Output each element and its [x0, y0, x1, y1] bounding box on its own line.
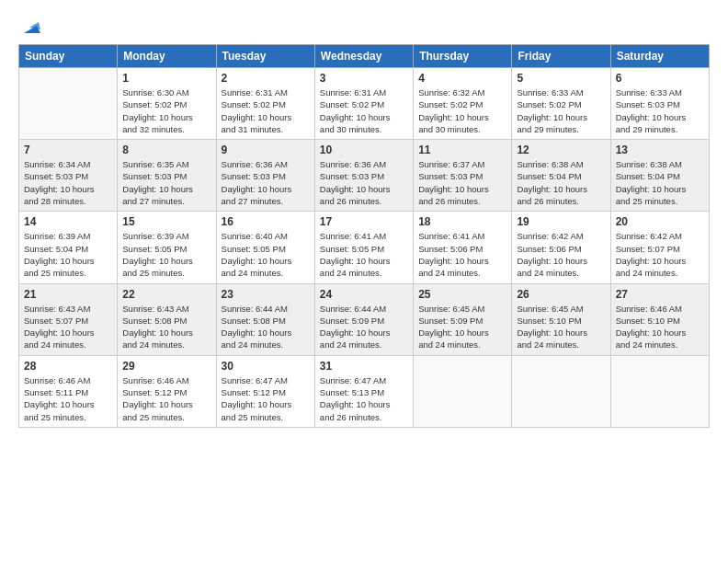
calendar-cell — [512, 355, 610, 427]
day-of-week-header: Sunday — [19, 45, 118, 68]
calendar-week-row: 1Sunrise: 6:30 AMSunset: 5:02 PMDaylight… — [19, 68, 710, 140]
calendar-cell: 31Sunrise: 6:47 AMSunset: 5:13 PMDayligh… — [314, 355, 413, 427]
day-number: 24 — [320, 288, 408, 301]
day-number: 7 — [24, 144, 112, 156]
day-number: 21 — [24, 288, 112, 301]
calendar-cell: 9Sunrise: 6:36 AMSunset: 5:03 PMDaylight… — [216, 140, 314, 212]
calendar-cell: 16Sunrise: 6:40 AMSunset: 5:05 PMDayligh… — [216, 212, 314, 283]
day-info: Sunrise: 6:45 AMSunset: 5:10 PMDaylight:… — [517, 303, 605, 351]
day-info: Sunrise: 6:46 AMSunset: 5:12 PMDaylight:… — [122, 374, 210, 423]
day-info: Sunrise: 6:34 AMSunset: 5:03 PMDaylight:… — [24, 158, 112, 207]
calendar-week-row: 14Sunrise: 6:39 AMSunset: 5:04 PMDayligh… — [19, 212, 710, 283]
day-number: 13 — [616, 144, 704, 156]
calendar-cell: 17Sunrise: 6:41 AMSunset: 5:05 PMDayligh… — [314, 212, 413, 283]
calendar-cell: 28Sunrise: 6:46 AMSunset: 5:11 PMDayligh… — [19, 355, 118, 427]
calendar-cell: 7Sunrise: 6:34 AMSunset: 5:03 PMDaylight… — [19, 140, 118, 212]
day-info: Sunrise: 6:44 AMSunset: 5:08 PMDaylight:… — [222, 303, 310, 351]
day-of-week-header: Monday — [118, 45, 216, 68]
calendar-table: SundayMondayTuesdayWednesdayThursdayFrid… — [18, 44, 710, 428]
day-number: 12 — [517, 144, 605, 156]
calendar-cell: 8Sunrise: 6:35 AMSunset: 5:03 PMDaylight… — [118, 140, 216, 212]
calendar-week-row: 28Sunrise: 6:46 AMSunset: 5:11 PMDayligh… — [19, 355, 710, 427]
calendar-cell: 18Sunrise: 6:41 AMSunset: 5:06 PMDayligh… — [414, 212, 512, 283]
calendar-cell: 21Sunrise: 6:43 AMSunset: 5:07 PMDayligh… — [19, 283, 118, 355]
logo — [18, 17, 40, 33]
day-info: Sunrise: 6:38 AMSunset: 5:04 PMDaylight:… — [616, 158, 704, 207]
calendar-cell: 5Sunrise: 6:33 AMSunset: 5:02 PMDaylight… — [512, 68, 610, 140]
calendar-cell: 12Sunrise: 6:38 AMSunset: 5:04 PMDayligh… — [512, 140, 610, 212]
calendar-cell — [610, 355, 709, 427]
calendar-cell: 24Sunrise: 6:44 AMSunset: 5:09 PMDayligh… — [314, 283, 413, 355]
day-info: Sunrise: 6:45 AMSunset: 5:09 PMDaylight:… — [418, 303, 506, 351]
day-number: 11 — [418, 144, 506, 156]
calendar-cell: 14Sunrise: 6:39 AMSunset: 5:04 PMDayligh… — [19, 212, 118, 283]
day-number: 19 — [517, 215, 605, 228]
day-number: 1 — [122, 72, 210, 85]
day-number: 4 — [418, 72, 506, 85]
calendar-cell: 20Sunrise: 6:42 AMSunset: 5:07 PMDayligh… — [610, 212, 709, 283]
day-number: 8 — [122, 144, 210, 156]
calendar-cell: 30Sunrise: 6:47 AMSunset: 5:12 PMDayligh… — [216, 355, 314, 427]
calendar-cell: 29Sunrise: 6:46 AMSunset: 5:12 PMDayligh… — [118, 355, 216, 427]
calendar-cell — [414, 355, 512, 427]
day-number: 26 — [517, 288, 605, 301]
calendar-cell: 10Sunrise: 6:36 AMSunset: 5:03 PMDayligh… — [314, 140, 413, 212]
day-number: 28 — [24, 360, 112, 373]
day-number: 25 — [418, 288, 506, 301]
day-info: Sunrise: 6:46 AMSunset: 5:11 PMDaylight:… — [24, 374, 112, 423]
day-info: Sunrise: 6:36 AMSunset: 5:03 PMDaylight:… — [222, 158, 310, 207]
day-of-week-header: Tuesday — [216, 45, 314, 68]
calendar-header-row: SundayMondayTuesdayWednesdayThursdayFrid… — [19, 45, 710, 68]
day-info: Sunrise: 6:43 AMSunset: 5:08 PMDaylight:… — [122, 303, 210, 351]
day-number: 29 — [122, 360, 210, 373]
calendar-cell: 6Sunrise: 6:33 AMSunset: 5:03 PMDaylight… — [610, 68, 709, 140]
day-info: Sunrise: 6:41 AMSunset: 5:05 PMDaylight:… — [320, 230, 408, 279]
day-of-week-header: Thursday — [414, 45, 512, 68]
day-number: 17 — [320, 215, 408, 228]
day-number: 2 — [222, 72, 310, 85]
day-of-week-header: Friday — [512, 45, 610, 68]
logo-icon — [20, 17, 40, 37]
day-number: 6 — [616, 72, 704, 85]
calendar-cell: 25Sunrise: 6:45 AMSunset: 5:09 PMDayligh… — [414, 283, 512, 355]
day-info: Sunrise: 6:47 AMSunset: 5:12 PMDaylight:… — [222, 374, 310, 423]
calendar-cell: 26Sunrise: 6:45 AMSunset: 5:10 PMDayligh… — [512, 283, 610, 355]
calendar-cell: 3Sunrise: 6:31 AMSunset: 5:02 PMDaylight… — [314, 68, 413, 140]
day-number: 23 — [222, 288, 310, 301]
calendar-cell: 15Sunrise: 6:39 AMSunset: 5:05 PMDayligh… — [118, 212, 216, 283]
day-info: Sunrise: 6:42 AMSunset: 5:06 PMDaylight:… — [517, 230, 605, 279]
svg-marker-1 — [29, 22, 40, 29]
day-info: Sunrise: 6:46 AMSunset: 5:10 PMDaylight:… — [616, 303, 704, 351]
calendar-cell: 4Sunrise: 6:32 AMSunset: 5:02 PMDaylight… — [414, 68, 512, 140]
day-number: 14 — [24, 215, 112, 228]
day-number: 18 — [418, 215, 506, 228]
day-number: 22 — [122, 288, 210, 301]
day-number: 9 — [222, 144, 310, 156]
day-info: Sunrise: 6:47 AMSunset: 5:13 PMDaylight:… — [320, 374, 408, 423]
header — [18, 17, 710, 33]
day-info: Sunrise: 6:31 AMSunset: 5:02 PMDaylight:… — [222, 86, 310, 135]
day-info: Sunrise: 6:32 AMSunset: 5:02 PMDaylight:… — [418, 86, 506, 135]
calendar-cell: 1Sunrise: 6:30 AMSunset: 5:02 PMDaylight… — [118, 68, 216, 140]
day-of-week-header: Saturday — [610, 45, 709, 68]
day-number: 16 — [222, 215, 310, 228]
day-info: Sunrise: 6:39 AMSunset: 5:05 PMDaylight:… — [122, 230, 210, 279]
day-number: 31 — [320, 360, 408, 373]
day-info: Sunrise: 6:39 AMSunset: 5:04 PMDaylight:… — [24, 230, 112, 279]
day-of-week-header: Wednesday — [314, 45, 413, 68]
calendar-cell: 23Sunrise: 6:44 AMSunset: 5:08 PMDayligh… — [216, 283, 314, 355]
day-number: 3 — [320, 72, 408, 85]
day-number: 27 — [616, 288, 704, 301]
calendar-week-row: 7Sunrise: 6:34 AMSunset: 5:03 PMDaylight… — [19, 140, 710, 212]
day-info: Sunrise: 6:33 AMSunset: 5:03 PMDaylight:… — [616, 86, 704, 135]
day-info: Sunrise: 6:33 AMSunset: 5:02 PMDaylight:… — [517, 86, 605, 135]
day-info: Sunrise: 6:41 AMSunset: 5:06 PMDaylight:… — [418, 230, 506, 279]
day-info: Sunrise: 6:36 AMSunset: 5:03 PMDaylight:… — [320, 158, 408, 207]
day-number: 10 — [320, 144, 408, 156]
calendar-cell: 11Sunrise: 6:37 AMSunset: 5:03 PMDayligh… — [414, 140, 512, 212]
page: SundayMondayTuesdayWednesdayThursdayFrid… — [0, 0, 728, 563]
calendar-cell: 27Sunrise: 6:46 AMSunset: 5:10 PMDayligh… — [610, 283, 709, 355]
calendar-cell: 19Sunrise: 6:42 AMSunset: 5:06 PMDayligh… — [512, 212, 610, 283]
day-info: Sunrise: 6:37 AMSunset: 5:03 PMDaylight:… — [418, 158, 506, 207]
day-info: Sunrise: 6:43 AMSunset: 5:07 PMDaylight:… — [24, 303, 112, 351]
